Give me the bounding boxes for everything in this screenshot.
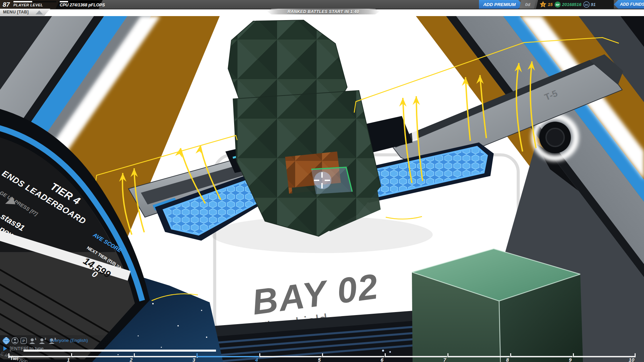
rp-stat: RP 20168516 [554, 1, 581, 8]
chat-channel-tabs: P 1 2 3 [3, 337, 56, 344]
add-premium-button[interactable]: ADD PREMIUM [479, 0, 523, 9]
tier-progress-bar [23, 350, 644, 352]
chat-tab-1-icon[interactable]: 1 [29, 337, 37, 344]
premium-days-badge: 0d [519, 0, 536, 9]
gc-amount: 91 [591, 2, 595, 7]
menu-button[interactable]: MENU [TAB] [0, 9, 50, 16]
svg-text:4: 4 [542, 3, 544, 6]
menu-button-label: MENU [TAB] [3, 10, 29, 14]
svg-text:2: 2 [45, 337, 46, 341]
svg-text:1: 1 [35, 337, 37, 341]
tier-ruler: 1 2 3 4 5 6 7 8 9 10 [8, 353, 636, 362]
star-icon: 4 [539, 1, 547, 8]
rp-icon: RP [554, 1, 561, 8]
star-count: 15 [548, 2, 552, 7]
cpu-progress-track [60, 1, 99, 2]
tier-star-stat: 4 15 [539, 1, 552, 8]
player-level-value: 87 [3, 1, 10, 8]
level-progress-track [13, 1, 56, 2]
svg-text:GC: GC [585, 3, 589, 6]
chevron-up-icon [36, 10, 43, 14]
tier-segment: 5 [259, 353, 322, 362]
tier-segment: 7 [385, 353, 447, 362]
tier-segment: 10 [573, 353, 636, 362]
tier-progress-fill [23, 350, 216, 352]
cpu-progress-fill [60, 1, 68, 2]
gc-icon: GC [583, 1, 590, 8]
ranked-battles-text: RANKED BATTLES START IN 1:40 [287, 9, 359, 14]
globe-icon[interactable] [3, 337, 10, 344]
ranked-battles-banner: RANKED BATTLES START IN 1:40 [267, 9, 380, 14]
chat-channel-label[interactable]: Everyone (English) [50, 338, 88, 343]
platoon-channel-icon[interactable]: P [20, 337, 27, 344]
tier-segment-current: 4 [197, 353, 259, 362]
cpu-value: CPU 274/1368 pFLOPS [60, 3, 105, 7]
tier-segment: 3 [134, 353, 197, 362]
rp-amount: 20168516 [562, 2, 581, 7]
gc-stat: GC 91 [583, 1, 595, 8]
tier-segment: 9 [510, 353, 573, 362]
tier-segment: 6 [322, 353, 385, 362]
local-channel-icon[interactable] [11, 337, 18, 344]
chat-box: P 1 2 3 Everyone (English) [ENTER] to ty… [0, 335, 121, 355]
player-level-label: PLAYER LEVEL [13, 3, 43, 7]
tier-segment: 1 [8, 353, 71, 362]
tier-segment: 8 [447, 353, 510, 362]
svg-text:P: P [22, 339, 25, 343]
currency-cluster: 4 15 RP 20168516 GC 91 [536, 0, 614, 9]
svg-text:RP: RP [556, 3, 560, 6]
add-funds-button[interactable]: ADD FUNDS [614, 0, 644, 9]
chat-tab-2-icon[interactable]: 2 [39, 337, 47, 344]
tier-segment: 2 [71, 353, 134, 362]
chat-prompt-icon [3, 346, 7, 351]
garage-scene: BAY 02 The shield [0, 0, 644, 362]
level-progress-fill [13, 1, 32, 2]
